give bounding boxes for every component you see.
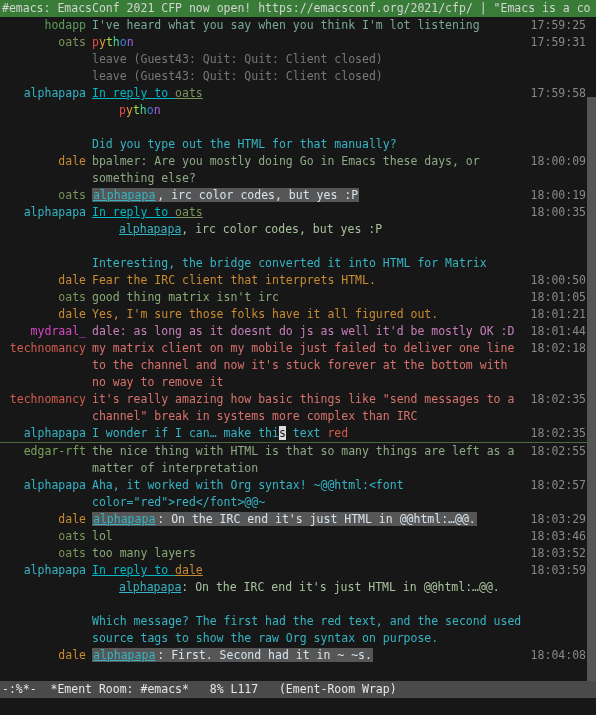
- nick-alphapapa: alphapapa: [0, 562, 89, 579]
- nick-dale: dale: [0, 647, 89, 664]
- mention-alphapapa[interactable]: alphapapa: [119, 222, 181, 236]
- timestamp: 18:00:09: [526, 153, 596, 170]
- mention-alphapapa[interactable]: alphapapa: [92, 188, 156, 202]
- python-rainbow: python: [92, 35, 134, 49]
- timestamp: 18:02:35: [526, 391, 596, 408]
- nick-oats: oats: [0, 528, 89, 545]
- msg-body: I've heard what you say when you think I…: [89, 17, 526, 34]
- text-cursor: s: [279, 426, 286, 440]
- nick-edgar: edgar-rft: [0, 443, 89, 460]
- timestamp: 17:59:31: [526, 34, 596, 51]
- nick-oats: oats: [0, 34, 89, 51]
- msg-body: In reply to dale: [89, 562, 526, 579]
- timestamp: 18:02:35: [526, 425, 596, 442]
- reply-link[interactable]: In reply to: [92, 205, 175, 219]
- msg-body: alphapapa, irc color codes, but yes :P: [89, 187, 526, 204]
- timestamp: 18:03:59: [526, 562, 596, 579]
- python-rainbow: python: [119, 103, 161, 117]
- timestamp: 18:03:46: [526, 528, 596, 545]
- timestamp: 18:02:57: [526, 477, 596, 494]
- nick-alphapapa: alphapapa: [0, 204, 89, 221]
- timestamp: 18:00:19: [526, 187, 596, 204]
- msg-body: Which message? The first had the red tex…: [89, 613, 526, 647]
- timestamp: 18:02:55: [526, 443, 596, 460]
- msg-body: Did you type out the HTML for that manua…: [89, 136, 526, 153]
- input-line[interactable]: I wonder if I can… make this text red: [89, 425, 526, 442]
- header-topic: #emacs: EmacsConf 2021 CFP now open! htt…: [0, 0, 596, 17]
- code-text: , irc color codes, but yes :P: [156, 188, 359, 202]
- mention-alphapapa[interactable]: alphapapa: [92, 512, 156, 526]
- quoted-body: python: [89, 102, 526, 119]
- msg-body: bpalmer: Are you mostly doing Go in Emac…: [89, 153, 526, 187]
- mode-line: -:%*- *Ement Room: #emacs* 8% L117 (Emen…: [0, 681, 596, 698]
- msg-body: Yes, I'm sure those folks have it all fi…: [89, 306, 526, 323]
- nick-hodapp: hodapp: [0, 17, 89, 34]
- mention-alphapapa[interactable]: alphapapa: [119, 580, 181, 594]
- system-leave: leave (Guest43: Quit: Quit: Client close…: [89, 51, 526, 68]
- code-text: : First. Second had it in ~ ~s.: [156, 648, 373, 662]
- reply-target[interactable]: oats: [175, 86, 203, 100]
- nick-technomancy: technomancy: [0, 340, 89, 357]
- reply-target[interactable]: oats: [175, 205, 203, 219]
- nick-oats: oats: [0, 187, 89, 204]
- message-area[interactable]: hodapp I've heard what you say when you …: [0, 17, 596, 681]
- msg-body: the nice thing with HTML is that so many…: [89, 443, 526, 477]
- system-leave: leave (Guest43: Quit: Quit: Client close…: [89, 68, 526, 85]
- timestamp: 18:01:05: [526, 289, 596, 306]
- msg-body: alphapapa: On the IRC end it's just HTML…: [89, 511, 526, 528]
- timestamp: 18:00:35: [526, 204, 596, 221]
- msg-body: Aha, it worked with Org syntax! ~@@html:…: [89, 477, 526, 511]
- msg-body: Interesting, the bridge converted it int…: [89, 255, 526, 272]
- timestamp: 18:01:21: [526, 306, 596, 323]
- timestamp: 17:59:58: [526, 85, 596, 102]
- code-text: : On the IRC end it's just HTML in @@htm…: [156, 512, 477, 526]
- nick-oats: oats: [0, 289, 89, 306]
- nick-oats: oats: [0, 545, 89, 562]
- timestamp: 18:04:08: [526, 647, 596, 664]
- msg-body: good thing matrix isn't irc: [89, 289, 526, 306]
- msg-body: dale: as long as it doesnt do js as well…: [89, 323, 526, 340]
- quoted-body: alphapapa: On the IRC end it's just HTML…: [89, 579, 526, 596]
- timestamp: 18:03:52: [526, 545, 596, 562]
- nick-dale: dale: [0, 511, 89, 528]
- reply-target[interactable]: dale: [175, 563, 203, 577]
- echo-area[interactable]: [0, 698, 596, 715]
- nick-dale: dale: [0, 306, 89, 323]
- msg-body: python: [89, 34, 526, 51]
- msg-body: alphapapa: First. Second had it in ~ ~s.: [89, 647, 526, 664]
- nick-alphapapa: alphapapa: [0, 85, 89, 102]
- timestamp: 18:00:50: [526, 272, 596, 289]
- nick-alphapapa: alphapapa: [0, 425, 89, 442]
- timestamp: 17:59:25: [526, 17, 596, 34]
- quoted-body: alphapapa, irc color codes, but yes :P: [89, 221, 526, 238]
- msg-body: Fear the IRC client that interprets HTML…: [89, 272, 526, 289]
- nick-dale: dale: [0, 153, 89, 170]
- msg-body: In reply to oats: [89, 85, 526, 102]
- reply-link[interactable]: In reply to: [92, 86, 175, 100]
- timestamp: 18:01:44: [526, 323, 596, 340]
- scrollbar[interactable]: [587, 97, 596, 681]
- timestamp: 18:02:18: [526, 340, 596, 357]
- msg-body: In reply to oats: [89, 204, 526, 221]
- reply-link[interactable]: In reply to: [92, 563, 175, 577]
- nick-dale: dale: [0, 272, 89, 289]
- mention-alphapapa[interactable]: alphapapa: [92, 648, 156, 662]
- msg-body: too many layers: [89, 545, 526, 562]
- nick-alphapapa: alphapapa: [0, 477, 89, 494]
- nick-mydraal: mydraal_: [0, 323, 89, 340]
- msg-body: lol: [89, 528, 526, 545]
- msg-body: it's really amazing how basic things lik…: [89, 391, 526, 425]
- msg-body: my matrix client on my mobile just faile…: [89, 340, 526, 391]
- timestamp: 18:03:29: [526, 511, 596, 528]
- nick-technomancy: technomancy: [0, 391, 89, 408]
